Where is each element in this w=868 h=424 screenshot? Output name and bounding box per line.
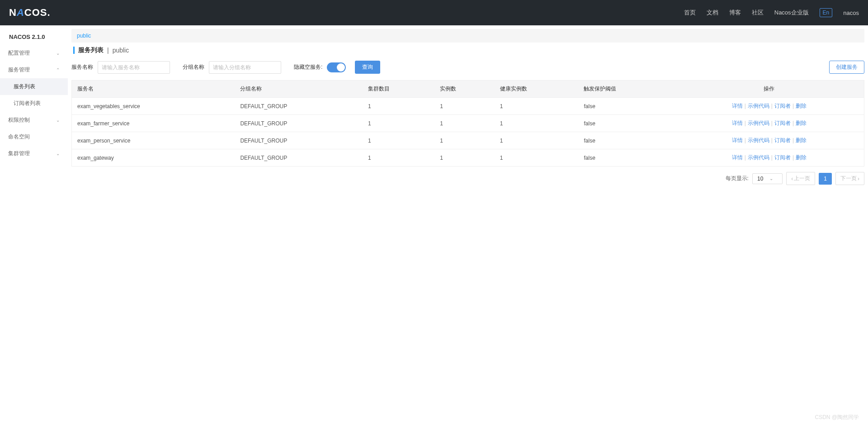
cell-clusters: 1 bbox=[363, 115, 434, 132]
next-label: 下一页 bbox=[840, 175, 857, 182]
action-detail[interactable]: 详情 bbox=[732, 120, 743, 126]
namespace-tabs: public bbox=[71, 29, 864, 43]
chevron-down-icon: ⌄ bbox=[769, 176, 773, 181]
cell-healthy: 1 bbox=[495, 149, 579, 167]
cell-service-name: exam_person_service bbox=[72, 132, 235, 149]
page-title-row: 服务列表 | public bbox=[71, 46, 864, 54]
action-sep: | bbox=[771, 103, 773, 109]
query-button[interactable]: 查询 bbox=[355, 61, 380, 74]
action-delete[interactable]: 删除 bbox=[796, 120, 807, 126]
menu-namespace[interactable]: 命名空间 bbox=[0, 129, 68, 145]
cell-instances: 1 bbox=[434, 132, 495, 149]
cell-group: DEFAULT_GROUP bbox=[235, 115, 363, 132]
action-subscriber[interactable]: 订阅者 bbox=[774, 103, 791, 109]
action-sample[interactable]: 示例代码 bbox=[748, 120, 769, 126]
watermark: CSDN @陶然同学 bbox=[815, 414, 859, 421]
action-sep: | bbox=[793, 137, 794, 143]
col-actions: 操作 bbox=[675, 81, 864, 98]
user-name[interactable]: nacos bbox=[843, 10, 859, 16]
action-delete[interactable]: 删除 bbox=[796, 137, 807, 143]
page-title: 服务列表 bbox=[78, 46, 104, 54]
sidebar-version: NACOS 2.1.0 bbox=[0, 25, 68, 45]
action-sep: | bbox=[745, 103, 746, 109]
cell-group: DEFAULT_GROUP bbox=[235, 149, 363, 167]
cell-instances: 1 bbox=[434, 98, 495, 115]
nav-home[interactable]: 首页 bbox=[684, 9, 696, 17]
action-detail[interactable]: 详情 bbox=[732, 154, 743, 161]
chevron-down-icon: ⌄ bbox=[56, 51, 60, 56]
action-sep: | bbox=[771, 137, 773, 143]
menu-config[interactable]: 配置管理 ⌄ bbox=[0, 45, 68, 62]
service-table: 服务名 分组名称 集群数目 实例数 健康实例数 触发保护阈值 操作 exam_v… bbox=[71, 80, 864, 167]
logo-text-pre: N bbox=[9, 7, 17, 18]
cell-healthy: 1 bbox=[495, 98, 579, 115]
header-right: 首页 文档 博客 社区 Nacos企业版 En nacos bbox=[684, 8, 859, 17]
action-sample[interactable]: 示例代码 bbox=[748, 154, 769, 161]
submenu-service-list[interactable]: 服务列表 bbox=[0, 78, 68, 95]
chevron-down-icon: ⌄ bbox=[56, 151, 60, 156]
nav-blog[interactable]: 博客 bbox=[729, 9, 741, 17]
action-sample[interactable]: 示例代码 bbox=[748, 137, 769, 143]
cell-threshold: false bbox=[578, 115, 674, 132]
language-switch[interactable]: En bbox=[820, 8, 833, 17]
cell-actions: 详情|示例代码|订阅者|删除 bbox=[675, 98, 864, 115]
action-subscriber[interactable]: 订阅者 bbox=[774, 154, 791, 161]
action-delete[interactable]: 删除 bbox=[796, 103, 807, 109]
prev-page-button[interactable]: ‹ 上一页 bbox=[786, 172, 815, 185]
nav-enterprise[interactable]: Nacos企业版 bbox=[774, 9, 809, 17]
page-number-current[interactable]: 1 bbox=[819, 173, 832, 185]
action-subscriber[interactable]: 订阅者 bbox=[774, 137, 791, 143]
action-sep: | bbox=[771, 154, 773, 161]
nav-docs[interactable]: 文档 bbox=[707, 9, 718, 17]
cell-clusters: 1 bbox=[363, 132, 434, 149]
cell-service-name: exam_vegetables_service bbox=[72, 98, 235, 115]
action-detail[interactable]: 详情 bbox=[732, 103, 743, 109]
logo[interactable]: NACOS. bbox=[9, 7, 51, 19]
cell-instances: 1 bbox=[434, 149, 495, 167]
title-accent-bar bbox=[73, 47, 75, 54]
cell-group: DEFAULT_GROUP bbox=[235, 98, 363, 115]
next-page-button[interactable]: 下一页 › bbox=[835, 172, 864, 185]
menu-label: 命名空间 bbox=[8, 133, 30, 141]
action-sample[interactable]: 示例代码 bbox=[748, 103, 769, 109]
action-detail[interactable]: 详情 bbox=[732, 137, 743, 143]
menu-service[interactable]: 服务管理 ⌃ bbox=[0, 62, 68, 78]
page-title-sep: | bbox=[107, 47, 109, 54]
create-service-button[interactable]: 创建服务 bbox=[829, 61, 864, 74]
per-page-select[interactable]: 10 ⌄ bbox=[752, 173, 783, 184]
action-delete[interactable]: 删除 bbox=[796, 154, 807, 161]
nav-community[interactable]: 社区 bbox=[752, 9, 764, 17]
hide-empty-toggle[interactable] bbox=[327, 62, 346, 72]
top-header: NACOS. 首页 文档 博客 社区 Nacos企业版 En nacos bbox=[0, 0, 868, 25]
logo-text-a: A bbox=[17, 7, 24, 18]
per-page-label: 每页显示: bbox=[726, 175, 749, 182]
action-subscriber[interactable]: 订阅者 bbox=[774, 120, 791, 126]
menu-auth[interactable]: 权限控制 ⌄ bbox=[0, 112, 68, 129]
prev-label: 上一页 bbox=[794, 175, 810, 182]
table-row: exam_vegetables_serviceDEFAULT_GROUP111f… bbox=[72, 98, 864, 115]
pagination: 每页显示: 10 ⌄ ‹ 上一页 1 下一页 › bbox=[71, 172, 864, 185]
action-sep: | bbox=[745, 154, 746, 161]
cell-group: DEFAULT_GROUP bbox=[235, 132, 363, 149]
cell-healthy: 1 bbox=[495, 115, 579, 132]
col-threshold: 触发保护阈值 bbox=[578, 81, 674, 98]
namespace-tab-public[interactable]: public bbox=[77, 33, 91, 39]
service-name-label: 服务名称 bbox=[71, 63, 93, 71]
cell-threshold: false bbox=[578, 149, 674, 167]
layout: NACOS 2.1.0 配置管理 ⌄ 服务管理 ⌃ 服务列表 订阅者列表 权限控… bbox=[0, 25, 868, 424]
col-service-name: 服务名 bbox=[72, 81, 235, 98]
cell-clusters: 1 bbox=[363, 149, 434, 167]
submenu-label: 服务列表 bbox=[14, 83, 35, 90]
search-row: 服务名称 分组名称 隐藏空服务: 查询 创建服务 bbox=[71, 61, 864, 74]
sidebar: NACOS 2.1.0 配置管理 ⌄ 服务管理 ⌃ 服务列表 订阅者列表 权限控… bbox=[0, 25, 68, 424]
cell-actions: 详情|示例代码|订阅者|删除 bbox=[675, 149, 864, 167]
action-sep: | bbox=[771, 120, 773, 126]
service-name-input[interactable] bbox=[98, 61, 170, 74]
cell-threshold: false bbox=[578, 132, 674, 149]
menu-label: 权限控制 bbox=[8, 116, 30, 124]
group-name-input[interactable] bbox=[209, 61, 281, 74]
menu-cluster[interactable]: 集群管理 ⌄ bbox=[0, 145, 68, 162]
chevron-right-icon: › bbox=[858, 176, 859, 182]
submenu-subscriber-list[interactable]: 订阅者列表 bbox=[0, 95, 68, 112]
col-healthy-count: 健康实例数 bbox=[495, 81, 579, 98]
